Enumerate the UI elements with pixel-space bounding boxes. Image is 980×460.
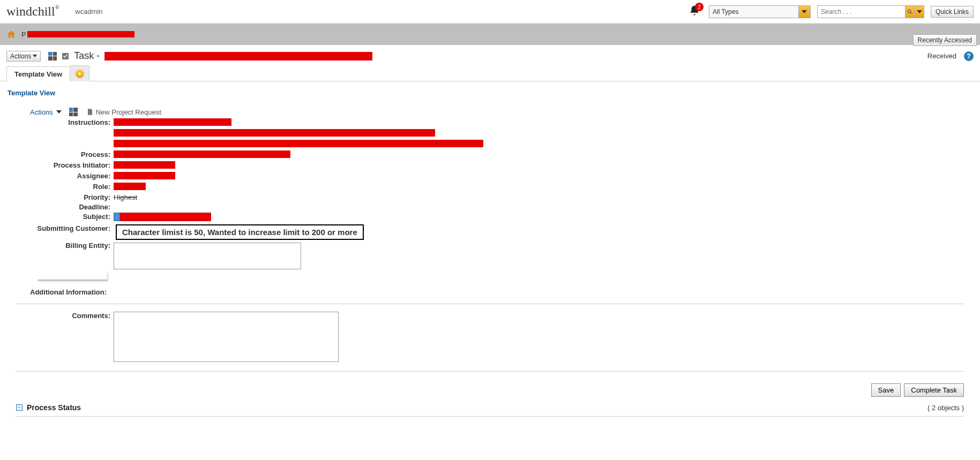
- label-process-initiator: Process Initiator:: [6, 161, 114, 169]
- grid-icon: [69, 108, 78, 116]
- svg-line-1: [911, 12, 912, 14]
- value-assignee: [114, 172, 974, 181]
- value-billing-entity: [114, 242, 974, 271]
- document-icon: [86, 108, 94, 116]
- search-box: [817, 5, 924, 18]
- value-subject: [114, 213, 974, 223]
- extra-stub: [38, 271, 107, 281]
- new-project-request-label: New Project Request: [96, 108, 161, 116]
- received-label: Received: [927, 52, 956, 60]
- quick-links-button[interactable]: Quick Links: [931, 6, 974, 18]
- current-user: wcadmin: [75, 7, 102, 16]
- type-filter-value: All Types: [709, 8, 798, 16]
- label-deadline: Deadline:: [6, 203, 114, 211]
- page-title-row: Actions Task - Received ?: [0, 45, 980, 65]
- sub-nav-bar: P Recently Accessed: [0, 24, 980, 45]
- brand-logo: windchill®: [6, 4, 59, 19]
- subject-type-icon: [114, 213, 120, 221]
- value-process-initiator: [114, 161, 974, 170]
- page-title-redacted: [104, 52, 372, 61]
- objects-count: ( 2 objects ): [927, 404, 964, 412]
- comments-block: Comments:: [6, 312, 974, 364]
- sub-actions-label: Actions: [30, 108, 53, 116]
- new-project-request-link[interactable]: New Project Request: [86, 108, 161, 116]
- label-comments: Comments:: [6, 312, 114, 320]
- label-billing-entity: Billing Entity:: [6, 242, 114, 250]
- svg-point-0: [908, 10, 911, 13]
- sub-actions-menu[interactable]: Actions: [30, 108, 62, 116]
- page-title: Task -: [74, 50, 372, 62]
- actions-menu[interactable]: Actions: [6, 51, 41, 62]
- billing-entity-textarea[interactable]: [114, 243, 301, 269]
- help-button[interactable]: ?: [964, 51, 974, 61]
- comments-textarea[interactable]: [114, 312, 339, 362]
- section-title-link[interactable]: Template View: [8, 89, 974, 97]
- notification-badge: 2: [695, 3, 704, 11]
- breadcrumb-prefix: P: [21, 31, 26, 39]
- process-status-header: − Process Status ( 2 objects ): [6, 399, 974, 414]
- divider: [16, 304, 964, 304]
- value-instructions: [114, 118, 974, 149]
- label-submitting-customer: Submitting Customer:: [6, 224, 114, 232]
- save-button[interactable]: Save: [871, 383, 901, 397]
- value-priority: Highest: [114, 193, 974, 201]
- grid-icon: [48, 52, 57, 61]
- notifications-button[interactable]: 2: [689, 5, 700, 18]
- search-options-button[interactable]: [914, 6, 924, 18]
- recently-accessed-button[interactable]: Recently Accessed: [913, 34, 977, 46]
- plus-icon: +: [76, 70, 84, 78]
- search-button[interactable]: [905, 6, 915, 18]
- task-form: Instructions: Process: Process Initiator…: [6, 118, 974, 271]
- value-comments: [114, 312, 974, 364]
- label-role: Role:: [6, 183, 114, 191]
- chevron-down-icon: [33, 55, 37, 57]
- tab-template-view[interactable]: Template View: [6, 66, 70, 81]
- sub-actions-row: Actions New Project Request: [30, 108, 974, 116]
- page-title-prefix: Task -: [74, 50, 100, 61]
- subject-redacted: [120, 213, 211, 221]
- divider: [16, 371, 964, 372]
- top-bar: windchill® wcadmin 2 All Types Quick Lin…: [0, 0, 980, 24]
- label-subject: Subject:: [6, 213, 114, 221]
- tab-bar: Template View +: [0, 65, 980, 81]
- process-status-title: Process Status: [27, 403, 81, 412]
- priority-value-crossed: Highest: [114, 193, 137, 201]
- label-additional-info: Additional Information:: [30, 288, 974, 296]
- chevron-down-icon: [798, 6, 810, 18]
- breadcrumb-redacted: [27, 31, 134, 37]
- label-priority: Priority:: [6, 193, 114, 201]
- label-process: Process:: [6, 150, 114, 159]
- chevron-down-icon: [917, 10, 922, 13]
- type-filter-select[interactable]: All Types: [709, 5, 811, 18]
- label-assignee: Assignee:: [6, 172, 114, 180]
- value-role: [114, 183, 974, 192]
- complete-task-button[interactable]: Complete Task: [904, 383, 964, 397]
- label-instructions: Instructions:: [6, 118, 114, 126]
- page-body: Template View Actions New Project Reques…: [0, 81, 980, 433]
- actions-menu-label: Actions: [10, 52, 31, 60]
- search-input[interactable]: [818, 8, 905, 16]
- search-icon: [907, 9, 913, 15]
- collapse-toggle[interactable]: −: [16, 404, 23, 411]
- home-icon[interactable]: [6, 29, 16, 39]
- divider: [16, 416, 964, 417]
- brand-reg-mark: ®: [55, 4, 59, 10]
- value-deadline: [114, 203, 974, 211]
- value-process: [114, 150, 974, 160]
- value-submitting-customer: Character limist is 50, Wanted to increa…: [114, 224, 974, 240]
- footer-buttons: Save Complete Task: [6, 379, 974, 399]
- character-limit-annotation: Character limist is 50, Wanted to increa…: [116, 224, 364, 240]
- add-tab-button[interactable]: +: [70, 65, 89, 81]
- brand-text: windchill: [6, 4, 55, 18]
- task-icon: [61, 52, 70, 61]
- chevron-down-icon: [56, 110, 62, 114]
